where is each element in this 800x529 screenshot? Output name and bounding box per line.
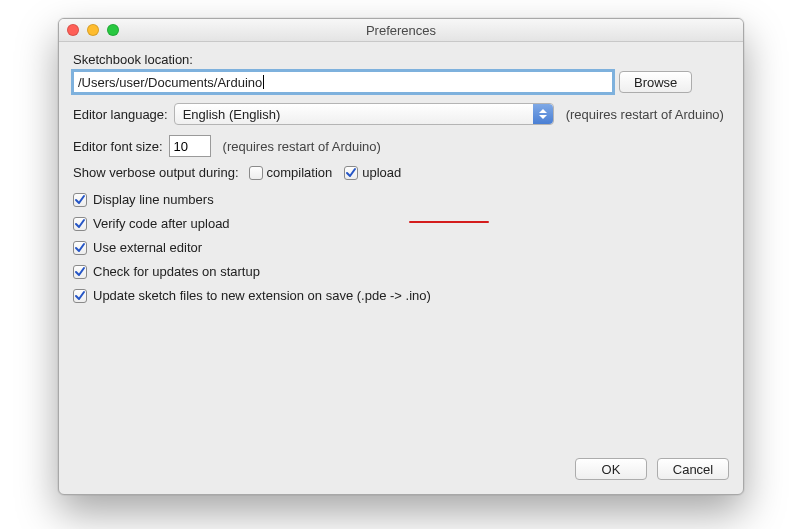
- dialog-body: Sketchbook location: /Users/user/Documen…: [59, 42, 743, 326]
- option-label: Update sketch files to new extension on …: [93, 288, 431, 303]
- option-checkbox[interactable]: [73, 193, 87, 207]
- compilation-checkbox[interactable]: [249, 166, 263, 180]
- cancel-button[interactable]: Cancel: [657, 458, 729, 480]
- browse-button[interactable]: Browse: [619, 71, 692, 93]
- editor-language-select[interactable]: English (English): [174, 103, 554, 125]
- annotation-underline: [409, 221, 489, 223]
- window-title: Preferences: [59, 23, 743, 38]
- window-controls: [59, 24, 119, 36]
- compilation-checkbox-label: compilation: [267, 165, 333, 180]
- option-checkbox[interactable]: [73, 217, 87, 231]
- option-label: Check for updates on startup: [93, 264, 260, 279]
- sketchbook-location-value: /Users/user/Documents/Arduino: [78, 75, 262, 90]
- option-checkbox[interactable]: [73, 265, 87, 279]
- language-restart-note: (requires restart of Arduino): [566, 107, 724, 122]
- option-row: Check for updates on startup: [73, 264, 729, 279]
- option-label: Use external editor: [93, 240, 202, 255]
- upload-checkbox[interactable]: [344, 166, 358, 180]
- titlebar: Preferences: [59, 19, 743, 42]
- sketchbook-location-field[interactable]: /Users/user/Documents/Arduino: [73, 71, 613, 93]
- zoom-icon[interactable]: [107, 24, 119, 36]
- upload-checkbox-label: upload: [362, 165, 401, 180]
- dialog-footer: OK Cancel: [575, 458, 729, 480]
- select-arrows-icon: [533, 104, 553, 124]
- text-caret-icon: [263, 75, 264, 89]
- font-size-input[interactable]: [169, 135, 211, 157]
- option-label: Verify code after upload: [93, 216, 230, 231]
- option-row: Display line numbers: [73, 192, 729, 207]
- sketchbook-label: Sketchbook location:: [73, 52, 729, 67]
- verbose-label: Show verbose output during:: [73, 165, 239, 180]
- option-row: Use external editor: [73, 240, 729, 255]
- editor-language-value: English (English): [183, 107, 281, 122]
- option-row: Update sketch files to new extension on …: [73, 288, 729, 303]
- minimize-icon[interactable]: [87, 24, 99, 36]
- option-checkbox[interactable]: [73, 241, 87, 255]
- ok-button[interactable]: OK: [575, 458, 647, 480]
- close-icon[interactable]: [67, 24, 79, 36]
- preferences-window: Preferences Sketchbook location: /Users/…: [58, 18, 744, 495]
- option-checkbox[interactable]: [73, 289, 87, 303]
- option-row: Verify code after upload: [73, 216, 729, 231]
- font-size-label: Editor font size:: [73, 139, 163, 154]
- font-size-restart-note: (requires restart of Arduino): [223, 139, 381, 154]
- option-label: Display line numbers: [93, 192, 214, 207]
- editor-language-label: Editor language:: [73, 107, 168, 122]
